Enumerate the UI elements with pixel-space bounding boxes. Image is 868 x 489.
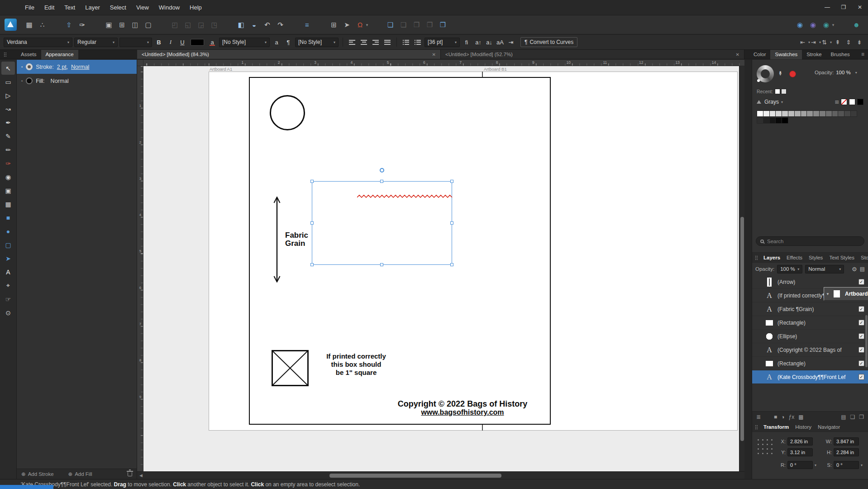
left-panel-tab[interactable]: Appearance bbox=[41, 50, 78, 59]
swatch-opacity-control[interactable]: Opacity: 100 % ▾ bbox=[815, 70, 857, 75]
swatch-cell[interactable] bbox=[757, 110, 763, 117]
toolbar-icon[interactable]: ↷ bbox=[274, 19, 286, 31]
selection-handle[interactable] bbox=[450, 180, 453, 183]
add-swatch-icon[interactable]: ⊞ bbox=[835, 99, 839, 105]
toolbar-icon[interactable]: ▾ bbox=[364, 19, 370, 31]
toolbar-icon[interactable]: ⇧ bbox=[63, 19, 75, 31]
menu-item[interactable]: Select bbox=[105, 0, 131, 15]
tool-button[interactable]: ✎ bbox=[1, 129, 15, 143]
swatch-cell[interactable] bbox=[763, 110, 770, 117]
tool-button[interactable]: ▢ bbox=[1, 238, 15, 251]
swatch-cell[interactable] bbox=[769, 110, 776, 117]
grain-direction-arrow[interactable] bbox=[273, 197, 281, 283]
toolbar-icon[interactable]: ▣ bbox=[103, 19, 115, 31]
menu-item[interactable]: Help bbox=[185, 0, 207, 15]
toolbar-icon[interactable]: ✑ bbox=[76, 19, 88, 31]
swatch-cell[interactable] bbox=[844, 110, 851, 117]
layer-row[interactable]: A (Fabric ¶Grain) ✓ bbox=[752, 302, 868, 316]
swatch-cell[interactable] bbox=[788, 110, 795, 117]
selection-handle[interactable] bbox=[450, 263, 453, 266]
horizontal-scrollbar-thumb[interactable] bbox=[329, 474, 501, 478]
toolbar-icon[interactable]: ◧ bbox=[235, 19, 247, 31]
transform-field-input[interactable]: 0 ° bbox=[787, 461, 813, 469]
transform-panel-tab[interactable]: Navigator bbox=[815, 422, 843, 432]
menu-item[interactable]: Layer bbox=[80, 0, 105, 15]
layers-scrollbar-thumb[interactable] bbox=[865, 315, 868, 367]
panel-grip-icon[interactable] bbox=[4, 52, 7, 57]
rotation-handle[interactable] bbox=[380, 168, 384, 173]
bold-button[interactable]: B bbox=[154, 37, 164, 47]
gear-icon[interactable]: ⚙ bbox=[852, 266, 857, 273]
toolbar-icon[interactable]: ❒ bbox=[437, 19, 449, 31]
layer-options-icon[interactable]: ▤ bbox=[860, 266, 865, 272]
font-style-select[interactable]: Regular▾ bbox=[74, 38, 118, 47]
typography-button[interactable]: a↓ bbox=[484, 37, 494, 47]
toolbar-icon[interactable]: ◫ bbox=[129, 19, 141, 31]
layer-visibility-checkbox[interactable]: ✓ bbox=[858, 279, 864, 285]
transform-field-input[interactable]: 2.284 in bbox=[834, 448, 859, 456]
swatch-cell[interactable] bbox=[806, 110, 813, 117]
fill-row[interactable]: • Fill: Normal bbox=[17, 74, 137, 88]
spacing-button[interactable]: ⇕ bbox=[844, 37, 854, 47]
align-right-button[interactable] bbox=[371, 37, 381, 47]
numbered-list-button[interactable] bbox=[413, 37, 423, 47]
transform-field-input[interactable]: 0 ° bbox=[834, 461, 859, 469]
spacing-button[interactable]: ⇞ bbox=[833, 37, 843, 47]
layers-action-icon[interactable]: ◑ bbox=[781, 414, 784, 420]
panel-menu-icon[interactable]: ≡ bbox=[861, 51, 864, 58]
layer-opacity-select[interactable]: 100 %▾ bbox=[777, 265, 802, 273]
layer-expander-icon[interactable]: ▼ bbox=[826, 292, 832, 296]
layer-row[interactable]: (Ellipse) ✓ bbox=[752, 330, 868, 343]
tool-button[interactable]: ■ bbox=[1, 211, 15, 224]
swatch-cell[interactable] bbox=[832, 110, 839, 117]
black-chip[interactable] bbox=[857, 99, 863, 105]
current-color-swatch[interactable] bbox=[789, 71, 796, 77]
layers-panel-tab[interactable]: Effects bbox=[783, 253, 806, 263]
no-fill-chip[interactable] bbox=[841, 99, 847, 105]
font-family-select[interactable]: Verdana▾ bbox=[4, 38, 72, 47]
toolbar-icon[interactable]: ◲ bbox=[195, 19, 207, 31]
stroke-blend-link[interactable]: Normal bbox=[71, 64, 89, 70]
swatch-cell[interactable] bbox=[775, 110, 782, 117]
toolbar-icon[interactable]: ◉ bbox=[807, 19, 819, 31]
layer-row[interactable]: A (Copyright © 2022 Bags of ✓ bbox=[752, 343, 868, 357]
leading-select[interactable]: [36 pt]▾ bbox=[424, 38, 460, 47]
toolbar-icon[interactable]: ◳ bbox=[208, 19, 220, 31]
menu-item[interactable]: Edit bbox=[39, 0, 59, 15]
artboard-b1-label[interactable]: Artboard B1 bbox=[484, 67, 507, 72]
tool-button[interactable]: ▭ bbox=[1, 75, 15, 88]
menu-item[interactable]: File bbox=[20, 0, 39, 15]
toolbar-icon[interactable]: ➤ bbox=[341, 19, 353, 31]
stroke-width-link[interactable]: 2 pt, bbox=[57, 64, 68, 70]
layers-action-icon[interactable]: ▩ bbox=[798, 414, 803, 420]
toolbar-icon[interactable]: ⊞ bbox=[328, 19, 340, 31]
menu-item[interactable]: View bbox=[131, 0, 154, 15]
menu-item[interactable]: Window bbox=[154, 0, 185, 15]
tool-button[interactable]: ✏ bbox=[1, 143, 15, 156]
swatch-cell[interactable] bbox=[801, 110, 807, 117]
toolbar-icon[interactable]: ❐ bbox=[424, 19, 436, 31]
pilcrow-icon[interactable]: ¶ bbox=[283, 37, 293, 47]
left-panel-tab[interactable]: Assets bbox=[16, 50, 41, 59]
document-tab[interactable]: <Untitled> [Modified] (52.7%) ✕ bbox=[441, 50, 744, 59]
layer-visibility-checkbox[interactable]: ✓ bbox=[858, 347, 864, 353]
baseline-color-icon[interactable]: a bbox=[207, 37, 217, 47]
selection-handle[interactable] bbox=[310, 221, 314, 225]
toolbar-icon[interactable]: ◉ bbox=[794, 19, 806, 31]
document-tab[interactable]: <Untitled> [Modified] (84.3%) ✕ bbox=[137, 50, 441, 59]
toolbar-icon[interactable]: ◒ bbox=[248, 19, 260, 31]
tool-button[interactable]: ▷ bbox=[1, 89, 15, 102]
font-color-swatch[interactable] bbox=[191, 39, 204, 46]
typography-button[interactable]: aA bbox=[495, 37, 505, 47]
character-icon[interactable]: a bbox=[272, 37, 281, 47]
swatch-cell[interactable] bbox=[769, 117, 776, 124]
tool-button[interactable]: ◉ bbox=[1, 170, 15, 183]
spacing-button[interactable]: ⇤▾ bbox=[800, 37, 810, 47]
calibration-note-text[interactable]: If printed correctly this box should be … bbox=[311, 352, 401, 377]
scroll-left-icon[interactable]: ◀ bbox=[139, 473, 143, 478]
color-wheel-icon[interactable] bbox=[757, 65, 774, 82]
typography-button[interactable]: ⇥ bbox=[506, 37, 516, 47]
typography-button[interactable]: a↑ bbox=[473, 37, 483, 47]
stroke-row[interactable]: • Stroke: 2 pt, Normal bbox=[17, 60, 137, 74]
selection-box[interactable] bbox=[312, 181, 452, 265]
